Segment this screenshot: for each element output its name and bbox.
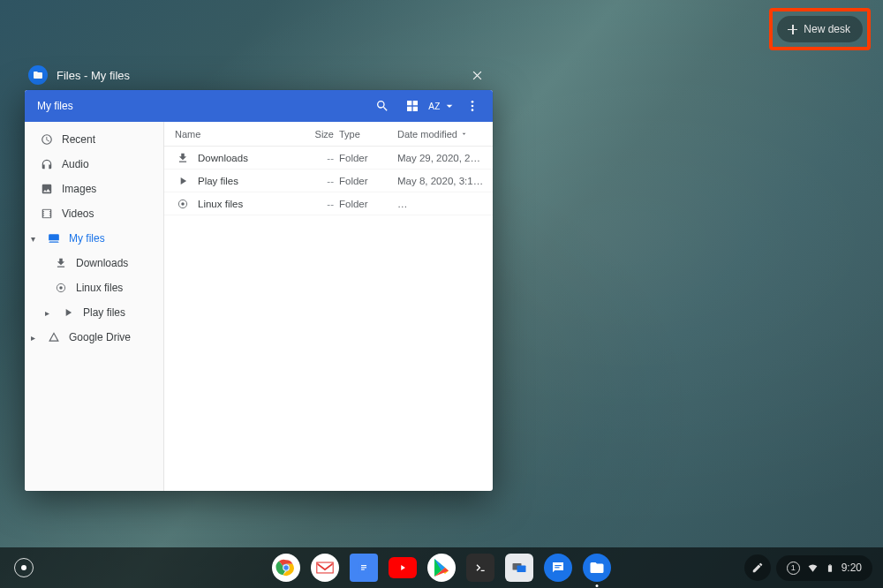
- file-type: Folder: [339, 199, 397, 209]
- files-toolbar: My files AZ: [25, 90, 493, 122]
- svg-rect-15: [517, 566, 526, 573]
- svg-rect-11: [361, 565, 366, 566]
- new-desk-label: New desk: [804, 23, 850, 35]
- view-toggle-button[interactable]: [397, 91, 427, 121]
- svg-point-0: [472, 101, 474, 103]
- download-icon: [175, 152, 191, 164]
- file-date: …: [397, 199, 493, 209]
- launcher-button[interactable]: [14, 558, 34, 577]
- docs-icon[interactable]: [350, 554, 378, 582]
- gmail-icon[interactable]: [311, 554, 339, 582]
- sidebar-item-downloads[interactable]: Downloads: [25, 251, 163, 275]
- files-main-list: Name Size Type Date modified Downloads -…: [164, 122, 493, 491]
- file-name: Play files: [198, 176, 297, 186]
- sort-az-icon: AZ: [428, 99, 456, 113]
- headphones-icon: [41, 158, 53, 170]
- sort-desc-icon: [460, 130, 468, 138]
- chevron-down-icon[interactable]: ▾: [28, 234, 37, 244]
- sidebar-item-myfiles[interactable]: ▾ My files: [25, 226, 163, 251]
- chevron-right-icon[interactable]: ▸: [42, 308, 51, 318]
- sidebar-item-playfiles[interactable]: ▸ Play files: [25, 300, 163, 325]
- sidebar-item-label: Images: [62, 183, 96, 195]
- notification-badge: 1: [787, 562, 800, 575]
- svg-point-6: [181, 202, 185, 206]
- chevron-right-icon[interactable]: ▸: [28, 333, 37, 343]
- sidebar-item-recent[interactable]: Recent: [25, 127, 163, 152]
- play-icon: [175, 175, 191, 187]
- clock-icon: [41, 133, 53, 146]
- sidebar-item-linux[interactable]: Linux files: [25, 275, 163, 300]
- shelf: 1 9:20: [0, 547, 883, 588]
- terminal-icon[interactable]: [466, 554, 494, 582]
- search-icon: [375, 99, 389, 113]
- svg-rect-13: [361, 569, 365, 570]
- window-title-sep: -: [80, 69, 91, 82]
- youtube-icon[interactable]: [389, 557, 417, 578]
- sidebar-item-label: Linux files: [76, 282, 123, 294]
- close-button[interactable]: [466, 64, 487, 86]
- svg-point-4: [59, 286, 63, 290]
- virtual-desks-icon[interactable]: [505, 554, 533, 582]
- window-title-app: Files: [57, 69, 80, 82]
- sidebar-item-label: Recent: [62, 133, 95, 146]
- system-tray: 1 9:20: [744, 554, 883, 581]
- shelf-apps: [272, 554, 611, 582]
- stylus-button[interactable]: [744, 554, 771, 581]
- file-name: Downloads: [198, 153, 297, 163]
- sort-button[interactable]: AZ: [427, 91, 457, 121]
- clock: 9:20: [841, 562, 862, 574]
- new-desk-highlight: New desk: [769, 8, 871, 50]
- column-name[interactable]: Name: [175, 129, 297, 139]
- download-icon: [55, 257, 67, 269]
- svg-rect-16: [555, 565, 562, 566]
- file-name: Linux files: [198, 199, 297, 209]
- stylus-icon: [751, 562, 764, 574]
- plus-icon: [788, 25, 797, 34]
- new-desk-button[interactable]: New desk: [777, 16, 863, 42]
- sidebar-item-images[interactable]: Images: [25, 177, 163, 201]
- status-area[interactable]: 1 9:20: [776, 555, 872, 581]
- play-store-icon[interactable]: [427, 554, 456, 582]
- sidebar-item-label: Videos: [62, 207, 94, 220]
- sidebar-item-label: Google Drive: [69, 331, 131, 343]
- toolbar-path[interactable]: My files: [37, 100, 73, 112]
- file-size: --: [297, 176, 339, 186]
- file-row[interactable]: Play files -- Folder May 8, 2020, 3:1…: [164, 170, 493, 192]
- file-row[interactable]: Downloads -- Folder May 29, 2020, 2…: [164, 147, 493, 170]
- messages-icon[interactable]: [544, 554, 572, 582]
- file-row[interactable]: Linux files -- Folder …: [164, 192, 493, 215]
- sidebar-item-videos[interactable]: Videos: [25, 201, 163, 226]
- linux-icon: [175, 198, 191, 210]
- sidebar-item-audio[interactable]: Audio: [25, 152, 163, 177]
- sidebar-item-label: Downloads: [76, 257, 128, 269]
- computer-icon: [48, 232, 60, 245]
- file-type: Folder: [339, 176, 397, 186]
- file-size: --: [297, 153, 339, 163]
- file-type: Folder: [339, 153, 397, 163]
- image-icon: [41, 183, 53, 195]
- file-date: May 29, 2020, 2…: [397, 153, 493, 163]
- wifi-icon: [807, 562, 819, 574]
- svg-rect-12: [361, 567, 366, 568]
- sidebar-item-gdrive[interactable]: ▸ Google Drive: [25, 325, 163, 350]
- sidebar-item-label: Play files: [83, 306, 125, 319]
- window-title-location: My files: [91, 69, 130, 82]
- file-size: --: [297, 199, 339, 209]
- svg-point-1: [472, 105, 474, 108]
- chrome-icon[interactable]: [272, 554, 300, 582]
- file-date: May 8, 2020, 3:1…: [397, 176, 493, 186]
- more-options-button[interactable]: [457, 91, 487, 121]
- close-icon: [471, 69, 484, 82]
- files-icon[interactable]: [583, 554, 611, 582]
- column-date[interactable]: Date modified: [397, 129, 493, 139]
- column-type[interactable]: Type: [339, 129, 397, 139]
- play-icon: [62, 306, 74, 319]
- window-titlebar[interactable]: Files - My files: [25, 62, 493, 88]
- battery-icon: [826, 562, 834, 575]
- svg-rect-18: [828, 565, 832, 572]
- column-size[interactable]: Size: [297, 129, 339, 139]
- search-button[interactable]: [367, 91, 397, 121]
- sidebar-item-label: Audio: [62, 158, 89, 170]
- svg-rect-17: [555, 567, 559, 568]
- grid-view-icon: [405, 99, 419, 113]
